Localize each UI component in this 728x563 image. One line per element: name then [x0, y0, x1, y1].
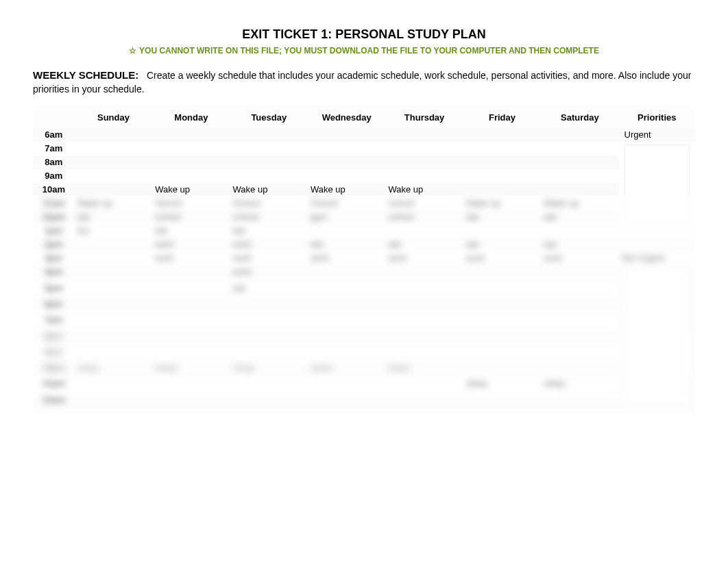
- schedule-cell: [308, 155, 385, 169]
- schedule-cell: [463, 393, 541, 409]
- schedule-cell: eat: [308, 238, 385, 251]
- schedule-cell: [152, 142, 230, 155]
- schedule-cell: [541, 282, 618, 297]
- schedule-cell: [463, 297, 541, 313]
- schedule-cell: [75, 265, 152, 281]
- table-row: 11pmsleepsleep: [33, 377, 695, 392]
- schedule-cell: [152, 128, 230, 142]
- time-label: 7pm: [33, 313, 75, 329]
- table-row: 4pmwork: [33, 265, 695, 281]
- page-subtitle: ☆YOU CANNOT WRITE ON THIS FILE; YOU MUST…: [33, 46, 695, 55]
- schedule-cell: eat: [230, 282, 308, 297]
- schedule-cell: [230, 329, 308, 345]
- schedule-cell: [152, 265, 230, 281]
- schedule-cell: [75, 329, 152, 345]
- header-tuesday: Tuesday: [230, 105, 308, 128]
- time-label: 2pm: [33, 238, 75, 251]
- schedule-cell: eat: [75, 210, 152, 224]
- schedule-cell: gym: [308, 210, 385, 224]
- schedule-cell: [541, 361, 618, 377]
- table-row: 8am: [33, 155, 695, 169]
- schedule-cell: sleep: [541, 377, 618, 392]
- schedule-cell: [230, 345, 308, 361]
- time-label: 12pm: [33, 210, 75, 224]
- schedule-cell: fun: [75, 224, 152, 238]
- schedule-cell: [308, 313, 385, 329]
- schedule-cell: [308, 224, 385, 238]
- time-label: 11pm: [33, 377, 75, 392]
- schedule-cell: [463, 265, 541, 281]
- schedule-cell: [463, 142, 541, 155]
- time-label: 9pm: [33, 345, 75, 361]
- table-row: 9pm: [33, 345, 695, 361]
- time-label: 6pm: [33, 297, 75, 313]
- table-row: 7am: [33, 142, 695, 155]
- header-thursday: Thursday: [385, 105, 463, 128]
- schedule-cell: [230, 297, 308, 313]
- schedule-cell: school: [230, 210, 308, 224]
- table-row: 1pmfuneateat: [33, 224, 695, 238]
- schedule-cell: Wake up: [308, 183, 385, 197]
- schedule-cell: eat: [385, 238, 463, 251]
- header-blank: [33, 105, 75, 128]
- table-row: 5pmeat: [33, 282, 695, 297]
- priority-cell: Not Urgent: [619, 251, 695, 265]
- schedule-cell: [75, 169, 152, 183]
- schedule-cell: [463, 361, 541, 377]
- schedule-cell: work: [152, 238, 230, 251]
- time-label: 10am: [33, 183, 75, 197]
- priority-cell: Urgent: [619, 128, 695, 142]
- schedule-cell: [308, 169, 385, 183]
- schedule-cell: sleep: [230, 361, 308, 377]
- schedule-cell: [541, 224, 618, 238]
- schedule-cell: [230, 142, 308, 155]
- schedule-cell: [75, 155, 152, 169]
- schedule-cell: [541, 345, 618, 361]
- schedule-cell: [75, 238, 152, 251]
- schedule-cell: [541, 155, 618, 169]
- schedule-cell: [541, 313, 618, 329]
- schedule-cell: [463, 169, 541, 183]
- schedule-cell: Wake up: [152, 183, 230, 197]
- schedule-cell: [230, 377, 308, 392]
- time-label: 3pm: [33, 251, 75, 265]
- priority-cell: [619, 265, 695, 409]
- schedule-cell: [385, 128, 463, 142]
- time-label: 9am: [33, 169, 75, 183]
- schedule-cell: [385, 155, 463, 169]
- schedule-cell: [75, 345, 152, 361]
- table-row: 7pm: [33, 313, 695, 329]
- table-row: 3pmworkworkworkworkworkworkNot Urgent: [33, 251, 695, 265]
- schedule-cell: [385, 297, 463, 313]
- schedule-cell: [463, 183, 541, 197]
- schedule-cell: [541, 183, 618, 197]
- schedule-cell: [152, 329, 230, 345]
- schedule-cell: [75, 297, 152, 313]
- header-monday: Monday: [152, 105, 230, 128]
- schedule-cell: [75, 128, 152, 142]
- table-row: 12pmeatschoolschoolgymschooleateat: [33, 210, 695, 224]
- schedule-cell: [75, 377, 152, 392]
- schedule-cell: school: [385, 197, 463, 210]
- table-row: 12am: [33, 393, 695, 409]
- schedule-cell: [385, 282, 463, 297]
- schedule-cell: [308, 329, 385, 345]
- schedule-container: Sunday Monday Tuesday Wednesday Thursday…: [33, 105, 695, 414]
- schedule-cell: sleep: [385, 361, 463, 377]
- header-sunday: Sunday: [75, 105, 152, 128]
- schedule-cell: sleep: [308, 361, 385, 377]
- schedule-cell: [541, 297, 618, 313]
- schedule-cell: work: [541, 251, 618, 265]
- schedule-cell: [308, 377, 385, 392]
- schedule-cell: work: [230, 251, 308, 265]
- weekly-schedule-label: WEEKLY SCHEDULE:: [33, 69, 138, 81]
- schedule-cell: [230, 313, 308, 329]
- schedule-cell: School: [308, 197, 385, 210]
- schedule-cell: Wake up: [385, 183, 463, 197]
- schedule-cell: [75, 313, 152, 329]
- schedule-cell: [541, 128, 618, 142]
- schedule-cell: [152, 155, 230, 169]
- schedule-cell: [152, 297, 230, 313]
- schedule-cell: [75, 142, 152, 155]
- schedule-cell: work: [230, 238, 308, 251]
